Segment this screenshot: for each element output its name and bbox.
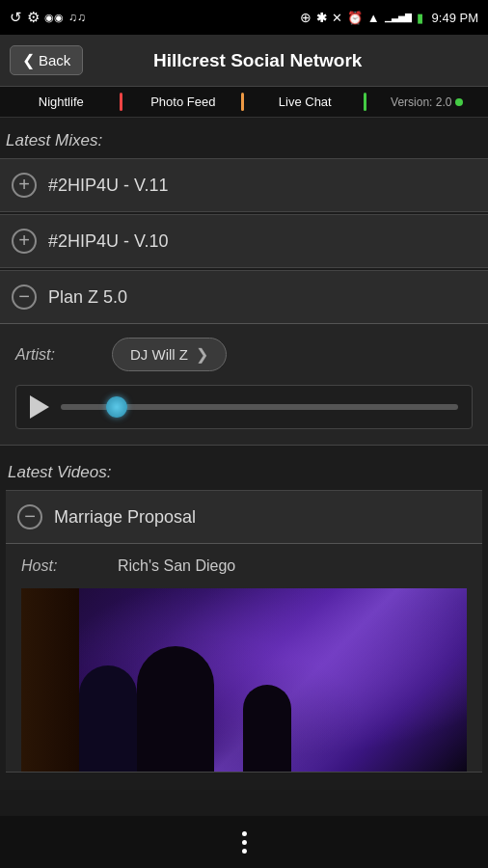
video-scene [21, 588, 467, 772]
time-display: 9:49 PM [432, 11, 478, 25]
mix-2-title: #2HIP4U - V.10 [48, 231, 168, 252]
status-right-icons: ⊕ ✱ ✕ ⏰ ▲ ▁▃▅▇ ▮ 9:49 PM [300, 10, 478, 25]
top-bar: ❮ Back Hillcrest Social Network [0, 35, 488, 87]
tab-live-chat-label: Live Chat [279, 95, 332, 109]
refresh-icon: ↺ [10, 9, 22, 26]
host-row: Host: Rich's San Diego [21, 557, 467, 575]
latest-videos-section: Latest Videos: − Marriage Proposal Host:… [0, 449, 488, 782]
mix-3-title: Plan Z 5.0 [48, 287, 127, 308]
video-item-1: − Marriage Proposal Host: Rich's San Die… [6, 490, 482, 773]
audio-player [15, 385, 473, 429]
latest-mixes-label: Latest Mixes: [0, 125, 488, 158]
video-thumbnail[interactable] [21, 588, 467, 772]
mix-item-2: + #2HIP4U - V.10 [0, 214, 488, 268]
dot-2 [242, 840, 247, 845]
signal-icon: ▁▃▅▇ [385, 13, 412, 22]
mix-1-title: #2HIP4U - V.11 [48, 176, 168, 196]
tab-photo-feed[interactable]: Photo Feed [122, 87, 245, 117]
target-icon: ⊕ [300, 10, 312, 25]
back-label: Back [39, 52, 70, 68]
mix-item-1: + #2HIP4U - V.11 [0, 158, 488, 212]
video-1-toggle[interactable]: − [17, 504, 42, 529]
nav-tabs: Nightlife Photo Feed Live Chat Version: … [0, 87, 488, 118]
mix-3-toggle-icon: − [18, 286, 30, 306]
mix-1-toggle-icon: + [18, 175, 30, 194]
page-title: Hillcrest Social Network [95, 50, 420, 71]
mix-1-toggle[interactable]: + [12, 173, 37, 198]
mix-3-toggle[interactable]: − [12, 285, 37, 310]
video-1-toggle-icon: − [24, 506, 36, 526]
bottom-navigation [0, 816, 488, 868]
tab-version-label: Version: 2.0 [391, 95, 451, 109]
play-button[interactable] [30, 395, 49, 419]
artist-name: DJ Will Z [130, 346, 188, 363]
mix-item-2-header[interactable]: + #2HIP4U - V.10 [0, 215, 488, 267]
artist-label: Artist: [15, 346, 93, 364]
mix-2-toggle-icon: + [18, 231, 30, 250]
mix-item-3-header[interactable]: − Plan Z 5.0 [0, 271, 488, 324]
back-chevron-icon: ❮ [22, 51, 35, 69]
back-button[interactable]: ❮ Back [10, 45, 83, 75]
chevron-right-icon: ❯ [196, 345, 208, 364]
voicemail-icon: ◉◉ [44, 12, 64, 24]
mute-icon: ✕ [332, 11, 342, 25]
crowd-figure-2 [79, 665, 137, 772]
latest-videos-label: Latest Videos: [6, 457, 482, 490]
tab-photo-feed-label: Photo Feed [150, 95, 215, 109]
progress-track[interactable] [61, 404, 458, 410]
dot-3 [242, 849, 247, 854]
tab-nightlife[interactable]: Nightlife [0, 87, 122, 117]
status-bar: ↺ ⚙ ◉◉ ♫♫ ⊕ ✱ ✕ ⏰ ▲ ▁▃▅▇ ▮ 9:49 PM [0, 0, 488, 35]
settings-icon: ⚙ [27, 9, 40, 26]
mix-2-toggle[interactable]: + [12, 229, 37, 254]
bluetooth-icon: ✱ [316, 11, 327, 25]
tab-nightlife-label: Nightlife [39, 95, 84, 109]
wall-decoration [21, 588, 79, 772]
wifi-icon: ▲ [367, 11, 380, 25]
artist-row: Artist: DJ Will Z ❯ [15, 338, 473, 371]
crowd-figure-1 [137, 646, 214, 772]
mix-3-expanded-panel: Artist: DJ Will Z ❯ [0, 324, 488, 445]
latest-mixes-section: Latest Mixes: + #2HIP4U - V.11 + #2HIP4U… [0, 125, 488, 446]
overflow-menu-button[interactable] [242, 831, 247, 854]
tab-live-chat[interactable]: Live Chat [244, 87, 366, 117]
music-icon: ♫♫ [68, 11, 86, 24]
battery-icon: ▮ [417, 11, 423, 25]
crowd-figure-3 [243, 685, 291, 772]
artist-button[interactable]: DJ Will Z ❯ [112, 338, 227, 371]
video-1-expanded-panel: Host: Rich's San Diego [6, 544, 482, 772]
video-item-1-header[interactable]: − Marriage Proposal [6, 491, 482, 544]
host-name: Rich's San Diego [118, 557, 235, 575]
alarm-icon: ⏰ [347, 11, 363, 25]
progress-handle[interactable] [106, 396, 127, 418]
host-label: Host: [21, 557, 118, 575]
video-1-title: Marriage Proposal [54, 507, 196, 528]
status-left-icons: ↺ ⚙ ◉◉ ♫♫ [10, 9, 86, 26]
dot-1 [242, 831, 247, 836]
mix-item-1-header[interactable]: + #2HIP4U - V.11 [0, 159, 488, 211]
main-content: Latest Mixes: + #2HIP4U - V.11 + #2HIP4U… [0, 118, 488, 790]
mix-item-3: − Plan Z 5.0 Artist: DJ Will Z ❯ [0, 270, 488, 446]
tab-version: Version: 2.0 [366, 87, 489, 117]
